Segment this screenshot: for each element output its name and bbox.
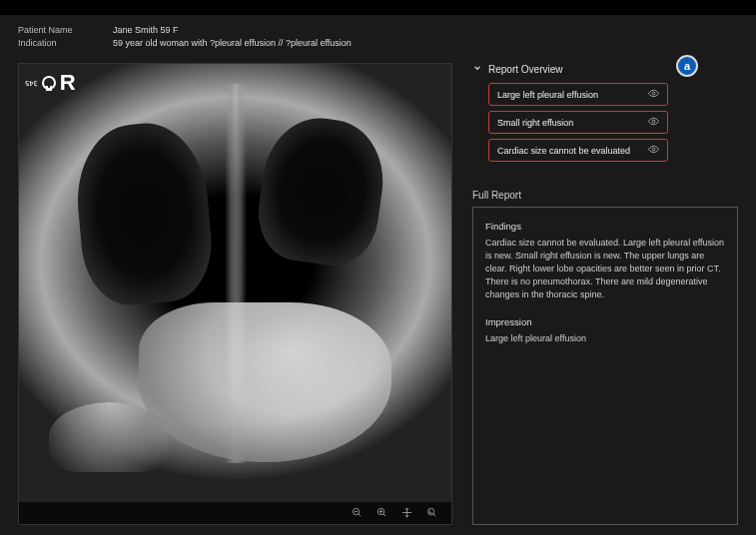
marker-side: R bbox=[60, 70, 76, 96]
svg-point-9 bbox=[427, 508, 433, 514]
overview-item[interactable]: Cardiac size cannot be evaluated bbox=[488, 139, 668, 162]
report-overview-header[interactable]: Report Overview a bbox=[472, 63, 738, 75]
full-report-panel: Findings Cardiac size cannot be evaluate… bbox=[472, 207, 738, 525]
impression-heading: Impression bbox=[485, 315, 725, 329]
overview-item-label: Cardiac size cannot be evaluated bbox=[497, 146, 630, 156]
svg-line-6 bbox=[383, 513, 385, 515]
indication-label: Indication bbox=[18, 38, 113, 48]
overview-item[interactable]: Large left pleural effusion bbox=[488, 83, 668, 106]
indication-value: 59 year old woman with ?pleural effusion… bbox=[113, 38, 352, 48]
patient-name-value: Jane Smith 59 F bbox=[113, 25, 179, 35]
report-overview-title: Report Overview bbox=[488, 64, 562, 75]
patient-name-label: Patient Name bbox=[18, 25, 113, 35]
findings-heading: Findings bbox=[485, 220, 725, 234]
findings-text: Cardiac size cannot be evaluated. Large … bbox=[485, 237, 725, 301]
pan-icon[interactable] bbox=[401, 507, 412, 520]
marker-number: 345 bbox=[25, 79, 38, 87]
xray-image[interactable]: 345 R bbox=[19, 64, 451, 502]
marker-circle-icon bbox=[42, 76, 56, 90]
svg-point-11 bbox=[652, 92, 655, 95]
orientation-marker: 345 R bbox=[25, 70, 76, 96]
xray-lung-left bbox=[71, 119, 216, 309]
svg-point-12 bbox=[652, 120, 655, 123]
svg-line-10 bbox=[433, 513, 435, 515]
svg-point-13 bbox=[652, 148, 655, 151]
title-bar bbox=[0, 0, 756, 15]
annotation-badge: a bbox=[676, 55, 698, 77]
overview-item-label: Large left pleural effusion bbox=[497, 90, 598, 100]
patient-meta: Patient Name Jane Smith 59 F Indication … bbox=[18, 25, 738, 51]
impression-text: Large left pleural effusion bbox=[485, 332, 725, 345]
xray-lung-right bbox=[252, 111, 390, 270]
overview-item[interactable]: Small right effusion bbox=[488, 111, 668, 134]
visibility-icon[interactable] bbox=[648, 116, 659, 129]
chevron-down-icon bbox=[472, 63, 482, 75]
fit-icon[interactable] bbox=[426, 507, 437, 520]
overview-list: Large left pleural effusion Small right … bbox=[472, 83, 738, 162]
full-report-title: Full Report bbox=[472, 190, 738, 201]
zoom-out-icon[interactable] bbox=[352, 507, 363, 520]
svg-line-2 bbox=[359, 513, 361, 515]
xray-effusion bbox=[139, 302, 391, 462]
image-viewer[interactable]: 345 R bbox=[18, 63, 452, 525]
visibility-icon[interactable] bbox=[648, 144, 659, 157]
zoom-in-icon[interactable] bbox=[377, 507, 387, 520]
xray-diaphragm bbox=[49, 402, 169, 472]
overview-item-label: Small right effusion bbox=[497, 118, 573, 128]
visibility-icon[interactable] bbox=[648, 88, 659, 101]
viewer-toolbar bbox=[19, 502, 451, 524]
